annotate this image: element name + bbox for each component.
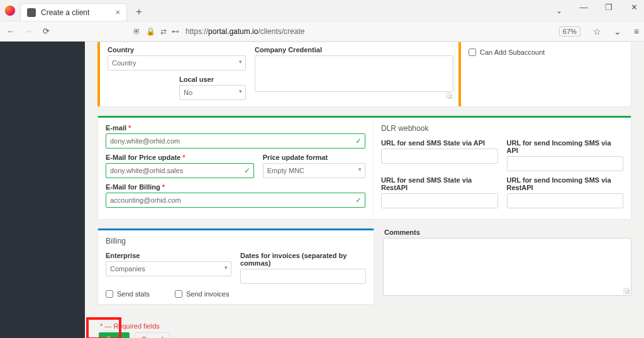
url-scheme: https:// (186, 27, 208, 36)
billing-email-input[interactable] (106, 193, 365, 208)
pocket-icon[interactable]: ⌄ (614, 26, 621, 37)
shield-icon[interactable]: ⛨ (133, 27, 141, 36)
comments-label: Comments (384, 228, 631, 236)
send-stats-input[interactable] (106, 290, 113, 298)
tabs-overflow-icon[interactable]: ⌄ (556, 6, 562, 15)
nav-back-icon[interactable]: ← (5, 26, 16, 36)
valid-check-icon: ✓ (244, 166, 250, 175)
company-credential-input[interactable] (255, 55, 453, 92)
window-restore-icon[interactable]: ❐ (601, 3, 616, 12)
valid-check-icon: ✓ (355, 196, 362, 205)
lock-icon[interactable]: 🔒 (146, 27, 155, 36)
invoice-dates-input[interactable] (240, 269, 366, 284)
billing-title: Billing (106, 237, 366, 245)
can-add-subaccount-input[interactable] (469, 48, 476, 56)
price-email-input[interactable] (106, 163, 254, 178)
key-icon[interactable]: ⊷ (172, 27, 179, 36)
browser-tab[interactable]: Create a client × (20, 3, 127, 21)
incoming-rest-label: URL for send Incoming SMS via RestAPI (507, 176, 624, 191)
new-tab-button[interactable]: + (131, 4, 147, 20)
nav-forward-icon[interactable]: → (23, 26, 34, 36)
price-format-label: Price update format (263, 154, 365, 161)
invoice-dates-label: Dates for invoices (separated by commas) (240, 252, 366, 267)
cancel-button[interactable]: Cancel (135, 332, 170, 338)
window-titlebar: Create a client × + ⌄ ― ❐ ✕ (0, 0, 644, 21)
url-path: /clients/create (258, 27, 304, 36)
send-invoices-input[interactable] (175, 290, 182, 298)
send-stats-label: Send stats (117, 290, 150, 298)
send-invoices-checkbox[interactable]: Send invoices (175, 290, 230, 298)
app-sidebar (0, 42, 85, 338)
company-credential-label: Company Credential (255, 46, 453, 54)
url-domain: portal.gatum.io (208, 27, 258, 36)
sms-state-rest-input[interactable] (381, 193, 498, 208)
sms-state-rest-label: URL for send SMS State via RestAPI (381, 176, 498, 191)
dlr-panel-title: DLR webhook (381, 124, 623, 133)
hamburger-menu-icon[interactable]: ≡ (634, 26, 639, 37)
sms-state-api-input[interactable] (381, 149, 498, 164)
emails-card: E-mail * ✓ E-Mail for Price update * ✓ (97, 116, 631, 220)
send-stats-checkbox[interactable]: Send stats (106, 290, 150, 298)
price-format-select[interactable]: Empty MNC (263, 163, 365, 178)
page-content: Country Country Local user No (85, 42, 644, 338)
country-select[interactable]: Country (108, 55, 246, 70)
enterprise-select[interactable]: Companies (106, 261, 231, 276)
can-add-subaccount-checkbox[interactable]: Can Add Subaccount (469, 48, 623, 56)
dlr-webhook-panel: DLR webhook URL for send SMS State via A… (373, 118, 631, 219)
sms-state-api-label: URL for send SMS State via API (381, 139, 498, 147)
tab-close-icon[interactable]: × (115, 8, 120, 17)
comments-textarea[interactable] (383, 238, 631, 296)
incoming-api-input[interactable] (507, 156, 624, 171)
address-bar: ← → ⟳ ⛨ 🔒 ⇄ ⊷ https://portal.gatum.io/cl… (0, 21, 644, 42)
zoom-indicator[interactable]: 67% (559, 26, 580, 37)
bookmark-star-icon[interactable]: ☆ (593, 26, 601, 37)
save-button[interactable]: Save (99, 332, 130, 338)
textarea-resize-icon[interactable] (623, 288, 630, 294)
country-label: Country (108, 46, 246, 54)
url-text[interactable]: https://portal.gatum.io/clients/create (186, 27, 304, 36)
tab-title: Create a client (41, 8, 89, 17)
send-invoices-label: Send invoices (186, 290, 230, 298)
local-user-select[interactable]: No (179, 85, 246, 100)
nav-reload-icon[interactable]: ⟳ (40, 26, 52, 36)
billing-email-label: E-Mail for Billing * (106, 183, 365, 191)
tab-favicon-icon (27, 8, 36, 17)
price-email-label: E-Mail for Price update * (106, 154, 254, 161)
window-minimize-icon[interactable]: ― (576, 3, 591, 12)
email-input[interactable] (106, 133, 365, 149)
client-basic-card: Country Country Local user No (97, 42, 631, 107)
local-user-label: Local user (179, 76, 246, 83)
valid-check-icon: ✓ (355, 137, 362, 145)
incoming-rest-input[interactable] (507, 193, 624, 208)
email-label: E-mail * (106, 124, 365, 132)
incoming-api-label: URL for send Incoming SMS via API (507, 139, 624, 154)
permissions-icon[interactable]: ⇄ (160, 27, 167, 36)
can-add-subaccount-label: Can Add Subaccount (480, 48, 545, 56)
firefox-icon (5, 6, 15, 16)
enterprise-label: Enterprise (106, 252, 231, 259)
billing-card: Billing Enterprise Companies Dates for i… (97, 228, 374, 305)
required-fields-note: * — Required fields (100, 322, 631, 330)
window-close-icon[interactable]: ✕ (626, 3, 641, 12)
textarea-resize-icon[interactable] (446, 93, 452, 99)
